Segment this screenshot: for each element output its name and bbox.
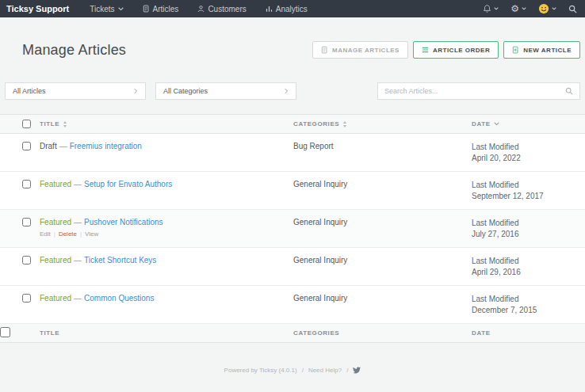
action-separator: | bbox=[80, 230, 82, 238]
sort-by-date[interactable]: DATE bbox=[472, 120, 585, 127]
modified-label: Last Modified bbox=[472, 294, 585, 305]
table-header: TITLE CATEGORIES DATE bbox=[0, 115, 585, 134]
profile-menu[interactable] bbox=[538, 3, 556, 14]
brand[interactable]: Ticksy Support bbox=[0, 4, 80, 13]
nav-customers[interactable]: Customers bbox=[188, 0, 255, 17]
article-order-button[interactable]: ARTICLE ORDER bbox=[413, 41, 499, 59]
search-icon bbox=[565, 87, 573, 95]
row-checkbox[interactable] bbox=[22, 256, 31, 265]
title-separator: — bbox=[74, 256, 82, 265]
status-label-featured: Featured bbox=[40, 180, 71, 188]
modified-date: July 27, 2016 bbox=[472, 229, 585, 240]
sort-by-title[interactable]: TITLE bbox=[40, 120, 293, 127]
article-order-label: ARTICLE ORDER bbox=[433, 47, 490, 54]
nav-analytics[interactable]: Analytics bbox=[256, 0, 317, 17]
article-link[interactable]: Ticket Shortcut Keys bbox=[84, 256, 156, 265]
manage-articles-button[interactable]: MANAGE ARTICLES bbox=[312, 41, 408, 59]
article-search bbox=[377, 82, 580, 100]
status-label-featured: Featured bbox=[40, 218, 71, 226]
nav-tickets[interactable]: Tickets bbox=[80, 0, 132, 17]
title-separator: — bbox=[74, 180, 82, 188]
delete-link[interactable]: Delete bbox=[59, 230, 77, 238]
footer-separator: / bbox=[346, 367, 348, 374]
chevron-right-icon bbox=[285, 88, 289, 94]
select-all-checkbox[interactable] bbox=[0, 327, 10, 337]
settings-menu[interactable]: ⚙ bbox=[510, 4, 526, 13]
row-category: General Inquiry bbox=[293, 210, 472, 247]
table-row: Draft—Freemius integration Bug Report La… bbox=[0, 134, 585, 172]
need-help-link[interactable]: Need Help? bbox=[308, 367, 342, 374]
row-category: Bug Report bbox=[293, 134, 472, 171]
article-link[interactable]: Pushover Notifications bbox=[84, 218, 163, 226]
article-link[interactable]: Setup for Envato Authors bbox=[84, 180, 172, 188]
nav-right: ⚙ bbox=[483, 3, 585, 14]
articles-table: TITLE CATEGORIES DATE Draft—Freemius int… bbox=[0, 114, 585, 343]
nav-items: Tickets Articles Customers Analytics bbox=[80, 0, 316, 17]
avatar-smiley-icon bbox=[538, 3, 549, 14]
modified-label: Last Modified bbox=[472, 218, 585, 229]
page-footer: Powered by Ticksy (4.0.1) / Need Help? / bbox=[0, 367, 585, 374]
title-separator: — bbox=[74, 294, 82, 303]
top-navbar: Ticksy Support Tickets Articles Customer… bbox=[0, 0, 585, 17]
new-article-label: NEW ARTICLE bbox=[523, 47, 572, 54]
modified-label: Last Modified bbox=[472, 180, 585, 191]
chevron-down-icon bbox=[118, 7, 124, 11]
row-checkbox[interactable] bbox=[22, 180, 31, 188]
twitter-icon[interactable] bbox=[353, 367, 361, 374]
row-checkbox[interactable] bbox=[22, 218, 31, 226]
article-link[interactable]: Freemius integration bbox=[70, 142, 142, 150]
row-date: Last Modified September 12, 2017 bbox=[472, 172, 585, 209]
notifications-menu[interactable] bbox=[483, 4, 499, 13]
table-row: Featured—Ticket Shortcut Keys General In… bbox=[0, 248, 585, 286]
categories-header-label: CATEGORIES bbox=[293, 120, 339, 127]
sort-icon bbox=[63, 121, 67, 127]
select-all-checkbox[interactable] bbox=[22, 120, 31, 128]
nav-articles[interactable]: Articles bbox=[133, 0, 189, 17]
sort-icon bbox=[342, 121, 347, 127]
status-label-featured: Featured bbox=[40, 294, 71, 303]
edit-link[interactable]: Edit bbox=[40, 230, 51, 238]
powered-by-link[interactable]: Powered by Ticksy (4.0.1) bbox=[224, 367, 297, 374]
new-article-button[interactable]: NEW ARTICLE bbox=[503, 41, 580, 59]
page-title: Manage Articles bbox=[22, 42, 126, 59]
analytics-icon bbox=[266, 5, 273, 13]
chevron-right-icon bbox=[134, 88, 138, 94]
title-separator: — bbox=[59, 142, 67, 150]
chevron-down-icon bbox=[494, 7, 499, 10]
modified-date: December 7, 2015 bbox=[472, 305, 585, 316]
article-link[interactable]: Common Questions bbox=[84, 294, 154, 303]
list-order-icon bbox=[422, 47, 429, 53]
row-category: General Inquiry bbox=[293, 286, 472, 323]
modified-date: April 29, 2016 bbox=[472, 267, 585, 278]
categories-filter-select[interactable]: All Categories bbox=[155, 82, 296, 100]
row-category: General Inquiry bbox=[293, 248, 472, 285]
footer-separator: / bbox=[302, 367, 304, 374]
search-input[interactable] bbox=[384, 87, 565, 95]
navbar-search-button[interactable] bbox=[568, 5, 577, 13]
articles-filter-value: All Articles bbox=[13, 87, 46, 95]
status-label-draft: Draft bbox=[40, 142, 57, 150]
chevron-down-icon bbox=[494, 122, 499, 126]
app: Ticksy Support Tickets Articles Customer… bbox=[0, 0, 585, 392]
categories-header-label: CATEGORIES bbox=[293, 329, 472, 337]
chevron-down-icon bbox=[552, 7, 556, 10]
table-row: Featured—Common Questions General Inquir… bbox=[0, 286, 585, 324]
modified-label: Last Modified bbox=[472, 256, 585, 267]
modified-date: April 20, 2022 bbox=[472, 153, 585, 164]
row-checkbox[interactable] bbox=[22, 294, 31, 303]
action-separator: | bbox=[54, 230, 55, 238]
page-header: Manage Articles MANAGE ARTICLES ARTICLE … bbox=[0, 17, 585, 59]
modified-date: September 12, 2017 bbox=[472, 191, 585, 202]
articles-filter-select[interactable]: All Articles bbox=[5, 82, 146, 100]
status-label-featured: Featured bbox=[40, 256, 71, 265]
row-date: Last Modified April 29, 2016 bbox=[472, 248, 585, 285]
title-header-label: TITLE bbox=[40, 120, 59, 127]
customers-icon bbox=[197, 5, 205, 13]
gear-icon: ⚙ bbox=[510, 4, 519, 13]
search-icon bbox=[568, 5, 577, 13]
sort-by-categories[interactable]: CATEGORIES bbox=[293, 120, 472, 127]
view-link[interactable]: View bbox=[85, 230, 98, 238]
row-checkbox[interactable] bbox=[22, 142, 31, 150]
date-header-label: DATE bbox=[472, 120, 491, 127]
row-date: Last Modified April 20, 2022 bbox=[472, 134, 585, 171]
